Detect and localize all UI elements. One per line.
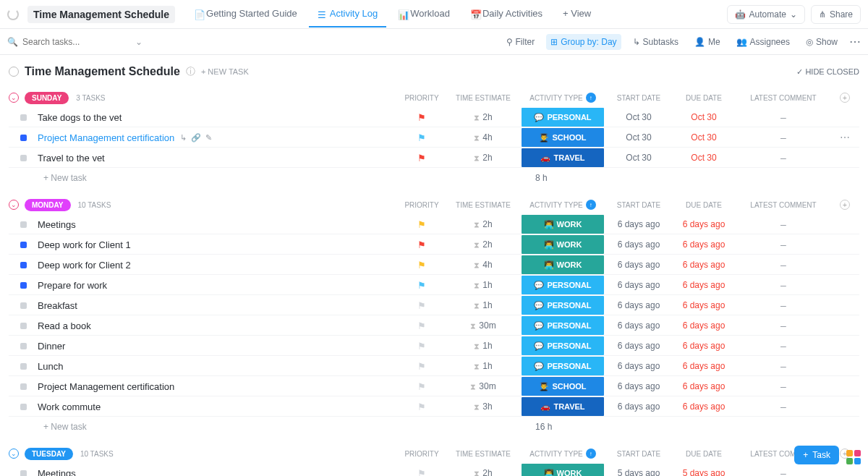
start-date[interactable]: 6 days ago [606, 381, 671, 391]
due-date[interactable]: 6 days ago [671, 219, 736, 229]
col-latest-comment[interactable]: LATEST COMMENT [736, 94, 830, 102]
task-row[interactable]: Project Management certification ⚑ ⧗30m … [9, 376, 859, 396]
subtasks-button[interactable]: ↳Subtasks [629, 34, 683, 50]
add-column-button[interactable]: + [840, 200, 850, 210]
new-task-header-button[interactable]: + NEW TASK [201, 67, 249, 76]
task-status-square[interactable] [20, 262, 27, 268]
time-estimate-value[interactable]: 1h [482, 361, 492, 371]
task-row[interactable]: Take dogs to the vet ⚑ ⧗2h 💬PERSONAL Oct… [9, 107, 859, 127]
activity-type-tag[interactable]: 💬PERSONAL [522, 336, 604, 355]
task-row[interactable]: Project Management certification↳🔗✎ ⚑ ⧗4… [9, 127, 859, 148]
tab-daily-activities[interactable]: 📅Daily Activities [461, 1, 551, 27]
time-estimate-value[interactable]: 30m [479, 320, 495, 331]
start-date[interactable]: Oct 30 [606, 112, 671, 122]
task-status-square[interactable] [20, 404, 27, 410]
activity-type-tag[interactable]: 👨‍💻WORK [522, 255, 604, 274]
start-date[interactable]: Oct 30 [606, 132, 671, 143]
due-date[interactable]: 6 days ago [671, 300, 736, 310]
task-status-square[interactable] [20, 135, 27, 141]
latest-comment[interactable]: – [736, 401, 830, 412]
due-date[interactable]: Oct 30 [671, 153, 736, 163]
task-row[interactable]: Meetings ⚑ ⧗2h 👨‍💻WORK 6 days ago 6 days… [9, 214, 859, 234]
group-collapse-toggle[interactable]: ⌄ [9, 449, 19, 459]
task-name[interactable]: Prepare for work [38, 280, 107, 291]
due-date[interactable]: 6 days ago [671, 401, 736, 412]
due-date[interactable]: 6 days ago [671, 381, 736, 391]
priority-flag-icon[interactable]: ⚑ [417, 239, 426, 250]
time-estimate-value[interactable]: 2h [482, 468, 492, 476]
start-date[interactable]: 6 days ago [606, 320, 671, 331]
priority-flag-icon[interactable]: ⚑ [417, 280, 426, 291]
col-start-date[interactable]: START DATE [606, 94, 671, 102]
task-name[interactable]: Dinner [38, 341, 65, 352]
priority-flag-icon[interactable]: ⚑ [417, 381, 426, 392]
due-date[interactable]: 6 days ago [671, 260, 736, 270]
tab-activity-log[interactable]: ☰Activity Log [309, 1, 386, 27]
row-more-icon[interactable]: ⋯ [840, 132, 850, 143]
task-row[interactable]: Deep work for Client 2 ⚑ ⧗4h 👨‍💻WORK 6 d… [9, 255, 859, 275]
task-name[interactable]: Deep work for Client 2 [38, 260, 131, 271]
activity-type-tag[interactable]: 💬PERSONAL [522, 316, 604, 335]
start-date[interactable]: Oct 30 [606, 153, 671, 163]
group-badge[interactable]: TUESDAY [25, 448, 73, 460]
col-time-estimate[interactable]: TIME ESTIMATE [447, 94, 519, 102]
priority-flag-icon[interactable]: ⚑ [417, 300, 426, 311]
activity-type-tag[interactable]: 👨‍💻WORK [522, 235, 604, 254]
subtask-icon[interactable]: ↳ [180, 133, 187, 143]
col-due-date[interactable]: DUE DATE [671, 94, 736, 102]
task-name[interactable]: Travel to the vet [38, 153, 105, 163]
col-priority[interactable]: PRIORITY [396, 450, 447, 458]
task-row[interactable]: Read a book ⚑ ⧗30m 💬PERSONAL 6 days ago … [9, 315, 859, 336]
tab-workload[interactable]: 📊Workload [389, 1, 459, 27]
assignees-button[interactable]: 👥Assignees [732, 34, 794, 50]
time-estimate-value[interactable]: 1h [482, 300, 492, 310]
status-circle-icon[interactable] [9, 67, 19, 77]
time-estimate-value[interactable]: 1h [482, 341, 492, 351]
latest-comment[interactable]: – [736, 239, 830, 250]
activity-type-tag[interactable]: 👨‍💻WORK [522, 215, 604, 234]
task-status-square[interactable] [20, 302, 27, 309]
due-date[interactable]: Oct 30 [671, 112, 736, 122]
col-start-date[interactable]: START DATE [606, 450, 671, 458]
task-status-square[interactable] [20, 363, 27, 370]
col-latest-comment[interactable]: LATEST COMMENT [736, 201, 830, 209]
task-name[interactable]: Breakfast [38, 300, 77, 311]
col-activity-type[interactable]: ACTIVITY TYPE↑ [519, 449, 606, 459]
due-date[interactable]: 6 days ago [671, 341, 736, 351]
task-row[interactable]: Deep work for Client 1 ⚑ ⧗2h 👨‍💻WORK 6 d… [9, 234, 859, 255]
time-estimate-value[interactable]: 2h [482, 153, 492, 163]
start-date[interactable]: 6 days ago [606, 401, 671, 412]
me-button[interactable]: 👤Me [690, 34, 725, 50]
time-estimate-value[interactable]: 3h [482, 401, 492, 412]
more-icon[interactable]: ⋯ [849, 35, 861, 48]
time-estimate-value[interactable]: 30m [479, 381, 495, 391]
activity-type-tag[interactable]: 🚗TRAVEL [522, 397, 604, 416]
sort-asc-icon[interactable]: ↑ [586, 93, 596, 103]
task-row[interactable]: Dinner ⚑ ⧗1h 💬PERSONAL 6 days ago 6 days… [9, 336, 859, 356]
task-name[interactable]: Meetings [38, 219, 76, 230]
priority-flag-icon[interactable]: ⚑ [417, 260, 426, 271]
add-column-button[interactable]: + [840, 93, 850, 103]
time-estimate-value[interactable]: 4h [482, 132, 492, 143]
link-icon[interactable]: 🔗 [191, 133, 201, 143]
task-status-square[interactable] [20, 282, 27, 289]
task-row[interactable]: Prepare for work ⚑ ⧗1h 💬PERSONAL 6 days … [9, 275, 859, 295]
add-view-button[interactable]: + View [554, 1, 600, 27]
start-date[interactable]: 6 days ago [606, 300, 671, 310]
priority-flag-icon[interactable]: ⚑ [417, 219, 426, 230]
filter-button[interactable]: ⚲Filter [502, 34, 540, 50]
activity-type-tag[interactable]: 👨‍🎓SCHOOL [522, 377, 604, 396]
task-name[interactable]: Deep work for Client 1 [38, 239, 131, 250]
activity-type-tag[interactable]: 👨‍💻WORK [522, 464, 604, 476]
sort-asc-icon[interactable]: ↑ [586, 449, 596, 459]
latest-comment[interactable]: – [736, 381, 830, 392]
col-due-date[interactable]: DUE DATE [671, 450, 736, 458]
latest-comment[interactable]: – [736, 259, 830, 271]
priority-flag-icon[interactable]: ⚑ [417, 112, 426, 123]
task-status-square[interactable] [20, 383, 27, 390]
task-row[interactable]: Work commute ⚑ ⧗3h 🚗TRAVEL 6 days ago 6 … [9, 396, 859, 417]
col-due-date[interactable]: DUE DATE [671, 201, 736, 209]
tab-getting-started[interactable]: 📄Getting Started Guide [185, 1, 306, 27]
app-switcher[interactable] [846, 450, 861, 464]
time-estimate-value[interactable]: 2h [482, 219, 492, 229]
